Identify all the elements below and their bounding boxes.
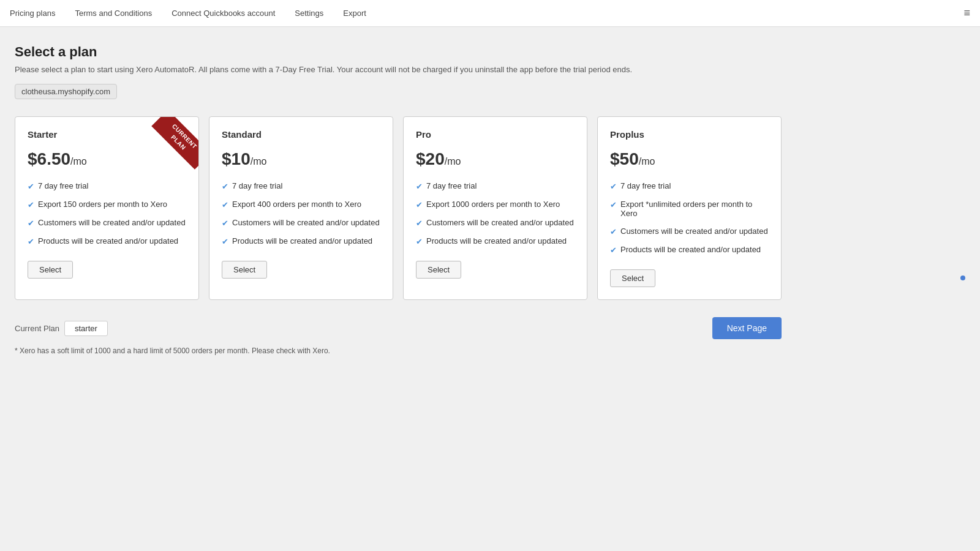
- current-plan-section: Current Plan starter: [15, 321, 108, 336]
- feature-item: ✔ Export *unlimited orders per month to …: [610, 200, 769, 218]
- feature-item: ✔ 7 day free trial: [416, 181, 575, 191]
- footer-row: Current Plan starter Next Page: [15, 317, 782, 339]
- price-period: /mo: [70, 156, 87, 167]
- ribbon-label: CURRENTPLAN: [151, 117, 198, 170]
- plan-name: Standard: [222, 129, 380, 140]
- feature-text: Export 400 orders per month to Xero: [232, 200, 361, 209]
- check-icon: ✔: [28, 219, 34, 228]
- check-icon: ✔: [610, 246, 617, 255]
- check-icon: ✔: [416, 182, 423, 191]
- plan-name: Pro: [416, 129, 575, 140]
- nav-connect-quickbooks[interactable]: Connect Quickbooks account: [172, 9, 275, 18]
- feature-text: Export *unlimited orders per month to Xe…: [620, 200, 769, 218]
- plan-card-starter: CURRENTPLAN Starter $6.50/mo ✔ 7 day fre…: [15, 116, 199, 300]
- plans-row: CURRENTPLAN Starter $6.50/mo ✔ 7 day fre…: [15, 116, 782, 300]
- check-icon: ✔: [28, 200, 34, 209]
- nav-items: Pricing plans Terms and Conditions Conne…: [10, 9, 963, 18]
- price-amount: $10: [222, 149, 251, 168]
- feature-text: Products will be created and/or updated: [232, 236, 372, 246]
- check-icon: ✔: [222, 237, 228, 246]
- hamburger-menu-icon[interactable]: ≡: [963, 7, 970, 20]
- feature-text: Products will be created and/or updated: [620, 245, 761, 254]
- next-page-button[interactable]: Next Page: [712, 317, 782, 339]
- main-nav: Pricing plans Terms and Conditions Conne…: [0, 0, 980, 27]
- feature-item: ✔ Products will be created and/or update…: [610, 245, 769, 255]
- select-button-pro[interactable]: Select: [416, 261, 461, 279]
- plan-price: $20/mo: [416, 149, 575, 169]
- feature-text: 7 day free trial: [620, 181, 671, 190]
- feature-text: Customers will be created and/or updated: [620, 227, 768, 236]
- footer-note: * Xero has a soft limit of 1000 and a ha…: [15, 347, 782, 355]
- price-amount: $50: [610, 149, 639, 168]
- current-plan-label: Current Plan: [15, 324, 59, 333]
- plan-features: ✔ 7 day free trial ✔ Export 1000 orders …: [416, 181, 575, 246]
- feature-item: ✔ Products will be created and/or update…: [222, 236, 380, 246]
- feature-item: ✔ Products will be created and/or update…: [416, 236, 575, 246]
- feature-text: Customers will be created and/or updated: [38, 218, 186, 227]
- feature-item: ✔ Export 400 orders per month to Xero: [222, 200, 380, 209]
- check-icon: ✔: [222, 219, 228, 228]
- feature-item: ✔ Customers will be created and/or updat…: [610, 227, 769, 236]
- feature-text: Export 150 orders per month to Xero: [38, 200, 167, 209]
- main-content: Select a plan Please select a plan to st…: [0, 27, 796, 370]
- check-icon: ✔: [222, 182, 228, 191]
- price-amount: $20: [416, 149, 445, 168]
- feature-item: ✔ Export 150 orders per month to Xero: [28, 200, 186, 209]
- feature-item: ✔ Customers will be created and/or updat…: [222, 218, 380, 228]
- plan-card-pro: Pro $20/mo ✔ 7 day free trial ✔ Export 1…: [403, 116, 587, 300]
- feature-text: 7 day free trial: [232, 181, 282, 190]
- select-button-proplus[interactable]: Select: [610, 269, 655, 287]
- feature-item: ✔ Customers will be created and/or updat…: [416, 218, 575, 228]
- current-plan-value: starter: [64, 321, 108, 336]
- feature-item: ✔ Products will be created and/or update…: [28, 236, 186, 246]
- feature-item: ✔ 7 day free trial: [610, 181, 769, 191]
- feature-text: Customers will be created and/or updated: [426, 218, 574, 227]
- check-icon: ✔: [28, 237, 34, 246]
- feature-text: 7 day free trial: [38, 181, 88, 190]
- price-period: /mo: [251, 156, 267, 167]
- current-plan-ribbon: CURRENTPLAN: [143, 117, 198, 172]
- check-icon: ✔: [28, 182, 34, 191]
- nav-pricing-plans[interactable]: Pricing plans: [10, 9, 55, 18]
- plan-name: Proplus: [610, 129, 769, 140]
- plan-card-standard: Standard $10/mo ✔ 7 day free trial ✔ Exp…: [209, 116, 393, 300]
- page-subtitle: Please select a plan to start using Xero…: [15, 65, 782, 74]
- scroll-indicator: [960, 276, 965, 280]
- price-period: /mo: [639, 156, 655, 167]
- feature-item: ✔ 7 day free trial: [28, 181, 186, 191]
- feature-text: 7 day free trial: [426, 181, 477, 190]
- check-icon: ✔: [610, 227, 617, 236]
- select-button-starter[interactable]: Select: [28, 261, 73, 279]
- plan-price: $10/mo: [222, 149, 380, 169]
- feature-text: Customers will be created and/or updated: [232, 218, 380, 227]
- feature-text: Products will be created and/or updated: [426, 236, 567, 246]
- plan-features: ✔ 7 day free trial ✔ Export *unlimited o…: [610, 181, 769, 255]
- shop-badge: clotheusa.myshopify.com: [15, 84, 117, 99]
- plan-features: ✔ 7 day free trial ✔ Export 400 orders p…: [222, 181, 380, 246]
- select-button-standard[interactable]: Select: [222, 261, 267, 279]
- plan-card-proplus: Proplus $50/mo ✔ 7 day free trial ✔ Expo…: [597, 116, 782, 300]
- check-icon: ✔: [416, 219, 423, 228]
- check-icon: ✔: [222, 200, 228, 209]
- nav-terms[interactable]: Terms and Conditions: [75, 9, 152, 18]
- feature-item: ✔ Export 1000 orders per month to Xero: [416, 200, 575, 209]
- check-icon: ✔: [416, 237, 423, 246]
- nav-export[interactable]: Export: [343, 9, 366, 18]
- feature-item: ✔ 7 day free trial: [222, 181, 380, 191]
- price-period: /mo: [445, 156, 461, 167]
- check-icon: ✔: [416, 200, 423, 209]
- nav-settings[interactable]: Settings: [295, 9, 323, 18]
- feature-item: ✔ Customers will be created and/or updat…: [28, 218, 186, 228]
- feature-text: Products will be created and/or updated: [38, 236, 178, 246]
- price-amount: $6.50: [28, 149, 70, 168]
- plan-features: ✔ 7 day free trial ✔ Export 150 orders p…: [28, 181, 186, 246]
- check-icon: ✔: [610, 200, 617, 209]
- page-title: Select a plan: [15, 44, 782, 60]
- feature-text: Export 1000 orders per month to Xero: [426, 200, 560, 209]
- plan-price: $50/mo: [610, 149, 769, 169]
- check-icon: ✔: [610, 182, 617, 191]
